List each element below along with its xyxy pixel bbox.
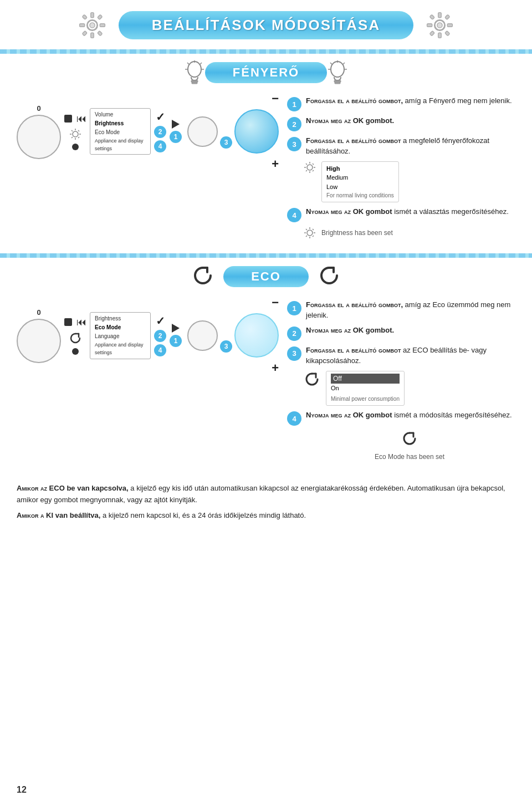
step-text-2: Nyomja meg az OK gombot.	[306, 116, 394, 126]
checkmark-1: ✓	[156, 110, 165, 124]
brightness-section: FÉNYERŐ 0	[0, 59, 532, 249]
svg-line-62	[313, 236, 314, 237]
svg-rect-17	[445, 14, 450, 19]
eco-dot-indicator	[72, 348, 79, 355]
eco-sym-state	[304, 371, 320, 387]
badge-3: 3	[220, 136, 232, 149]
menu-item-eco: Eco Mode	[95, 128, 146, 137]
eco-off-label: Off	[331, 374, 400, 384]
svg-point-45	[307, 165, 313, 170]
sun-icon-info	[304, 161, 316, 174]
knob-circle-medium	[187, 116, 218, 147]
svg-rect-7	[98, 14, 103, 19]
brightness-instructions: 1 Forgassa el a beállító gombot, amíg a …	[287, 91, 515, 243]
play-icon	[172, 120, 180, 129]
eco-bottom-prefix-2: Amikor a	[17, 511, 46, 519]
eco-step-num-3: 3	[287, 346, 301, 361]
menu-item-volume: Volume	[95, 110, 146, 119]
eco-badge-2: 2	[154, 330, 166, 342]
eco-sym-menu	[69, 331, 82, 345]
svg-point-28	[331, 62, 344, 77]
brightness-step-4: 4 Nyomja meg az OK gombot ismét a válasz…	[287, 207, 515, 222]
svg-rect-2	[91, 13, 94, 18]
eco-stop-icon	[64, 318, 72, 326]
bulb-icon-left	[184, 59, 205, 86]
eco-menu-appliance: Appliance and display settings	[95, 341, 146, 357]
page-header: BEÁLLÍTÁSOK MÓDOSÍTÁSA	[0, 0, 532, 46]
eco-step-3: 3 Forgassa el a beállító gombot az ECO b…	[287, 345, 515, 366]
brightness-content: 0 ⏮	[11, 89, 521, 249]
eco-state-box-area: Off On Minimal power consumption	[304, 371, 515, 406]
svg-rect-6	[82, 14, 87, 19]
eco-instructions: 1 Forgassa el a beállító gombot, amíg az…	[287, 295, 515, 466]
sun-icon-set	[304, 227, 316, 239]
eco-bottom-prefix-1: Amikor az	[17, 484, 49, 492]
eco-state-box: Off On Minimal power consumption	[326, 371, 405, 406]
eco-bottom-para-2: Amikor a KI van beállítva, a kijelző nem…	[17, 510, 515, 522]
minus-label: −	[272, 91, 279, 106]
rewind-icon: ⏮	[76, 113, 86, 125]
svg-rect-8	[82, 31, 87, 36]
svg-line-60	[313, 229, 314, 230]
middle-divider	[0, 253, 532, 258]
eco-step-2: 2 Nyomja meg az OK gombot.	[287, 325, 515, 341]
eco-bottom-suffix-2: a kijelző nem kapcsol ki, és a 24 órás i…	[100, 511, 306, 519]
eco-bottom-bold-1: ECO be van kapcsolva,	[49, 484, 129, 492]
svg-line-42	[78, 130, 79, 131]
eco-set-label: Eco Mode has been set	[375, 452, 444, 462]
eco-zero-label: 0	[37, 308, 40, 317]
brightness-controls: 0 ⏮	[17, 91, 279, 243]
svg-point-36	[73, 131, 78, 137]
step-num-2: 2	[287, 117, 301, 131]
badge-4: 4	[154, 140, 166, 152]
svg-rect-5	[100, 24, 105, 27]
bulb-icon-right	[327, 59, 348, 86]
eco-step-text-2: Nyomja meg az OK gombot.	[306, 325, 394, 336]
eco-badge-3: 3	[220, 340, 232, 353]
brightness-levels-box: High Medium Low For normal living condit…	[321, 161, 399, 203]
brightness-title: FÉNYERŐ	[233, 65, 299, 80]
svg-point-11	[437, 23, 442, 28]
eco-step-num-1: 1	[287, 301, 301, 315]
svg-line-43	[71, 137, 73, 138]
eco-menu-display: Brightness Eco Mode Language Appliance a…	[90, 312, 151, 359]
svg-rect-12	[438, 13, 442, 18]
svg-line-44	[78, 137, 79, 138]
badge-2: 2	[154, 126, 166, 138]
step-num-1: 1	[287, 97, 301, 111]
eco-step-num-2: 2	[287, 327, 301, 341]
eco-icon-left	[191, 263, 215, 290]
svg-line-61	[306, 236, 307, 237]
eco-checkmark: ✓	[156, 314, 165, 328]
svg-line-24	[187, 63, 189, 64]
svg-rect-19	[445, 31, 450, 36]
svg-line-59	[306, 229, 307, 230]
brightness-set-area: Brightness has been set	[304, 227, 515, 239]
gear-icon-right	[424, 10, 455, 40]
knob-circle-blue-big	[234, 109, 279, 154]
eco-play-icon	[172, 324, 180, 333]
eco-minus-label: −	[272, 295, 279, 310]
eco-sym-set	[401, 430, 418, 447]
menu-item-appliance: Appliance and display settings	[95, 137, 146, 153]
page-number: 12	[17, 785, 27, 795]
svg-rect-14	[427, 24, 432, 27]
eco-badge-4: 4	[154, 344, 166, 356]
header-title: BEÁLLÍTÁSOK MÓDOSÍTÁSA	[152, 17, 380, 34]
eco-knob-circle-big	[17, 319, 61, 363]
eco-menu-brightness: Brightness	[95, 314, 146, 323]
svg-line-33	[343, 63, 345, 64]
svg-point-20	[188, 62, 201, 77]
brightness-step-2: 2 Nyomja meg az OK gombot.	[287, 116, 515, 131]
svg-point-1	[90, 23, 95, 28]
level-high: High	[326, 164, 394, 174]
svg-line-52	[306, 170, 307, 171]
step-num-4: 4	[287, 208, 301, 222]
svg-rect-3	[91, 33, 94, 38]
dot-indicator	[72, 144, 79, 150]
eco-step-4: 4 Nyomja meg az OK gombot ismét a módosí…	[287, 410, 515, 426]
eco-bottom-para-1: Amikor az ECO be van kapcsolva, a kijelz…	[17, 483, 515, 506]
eco-plus-label: +	[272, 361, 279, 375]
zero-label: 0	[37, 104, 40, 113]
svg-rect-30	[335, 82, 340, 84]
